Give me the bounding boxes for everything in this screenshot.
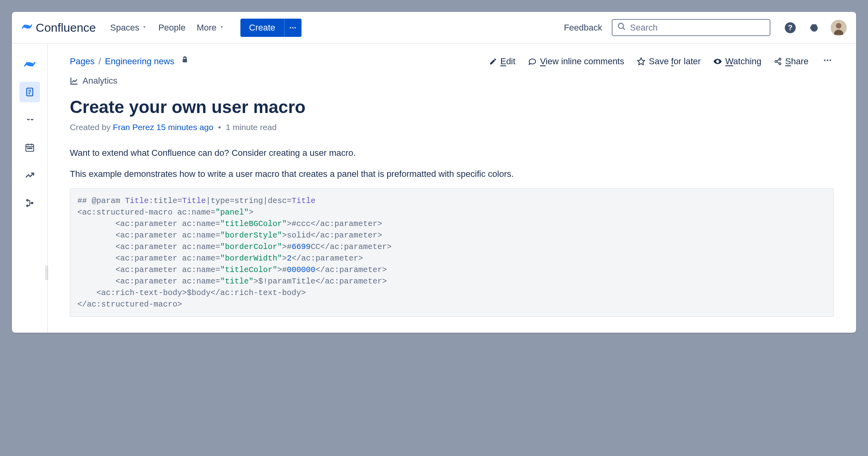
- svg-marker-23: [638, 57, 645, 64]
- svg-line-29: [777, 62, 779, 63]
- notifications-icon[interactable]: [807, 21, 821, 35]
- svg-point-25: [779, 58, 781, 60]
- author-link[interactable]: Fran Perez 15 minutes ago: [113, 123, 213, 132]
- nav-more[interactable]: More: [197, 23, 225, 33]
- chevron-down-icon: [142, 24, 147, 31]
- sidebar-blog-icon[interactable]: [19, 109, 40, 130]
- save-later-action[interactable]: Save for later: [637, 56, 701, 67]
- top-nav-icons: ?: [783, 20, 847, 36]
- svg-point-3: [618, 23, 624, 29]
- help-icon[interactable]: ?: [783, 21, 797, 35]
- nav-people-label: People: [158, 23, 186, 33]
- app-window: Confluence Spaces People More Create: [12, 12, 856, 333]
- share-label: Share: [785, 56, 808, 67]
- sidebar-pages-icon[interactable]: [19, 82, 40, 102]
- nav-more-label: More: [197, 23, 217, 33]
- nav-spaces[interactable]: Spaces: [110, 23, 147, 33]
- share-icon: [774, 57, 782, 65]
- sidebar-analytics-icon[interactable]: [19, 165, 40, 186]
- product-logo[interactable]: Confluence: [21, 21, 96, 34]
- svg-point-19: [31, 148, 32, 149]
- breadcrumb: Pages / Engineering news: [70, 56, 189, 67]
- nav-people[interactable]: People: [158, 23, 186, 33]
- chevron-down-icon: [219, 24, 225, 31]
- breadcrumb-separator: /: [98, 56, 101, 67]
- avatar[interactable]: [831, 20, 847, 36]
- read-time: 1 minute read: [226, 123, 277, 132]
- search-icon: [617, 22, 626, 33]
- svg-point-31: [827, 59, 828, 61]
- byline-separator: •: [216, 123, 223, 132]
- create-more-button[interactable]: [284, 19, 301, 37]
- save-later-label: Save for later: [649, 56, 701, 67]
- edit-action[interactable]: Edit: [489, 56, 515, 67]
- svg-point-8: [836, 23, 841, 29]
- eye-icon: [713, 57, 722, 66]
- svg-point-32: [830, 59, 831, 61]
- svg-line-4: [623, 28, 625, 30]
- restrictions-icon[interactable]: [181, 56, 189, 67]
- more-actions-icon[interactable]: [821, 54, 834, 69]
- sidebar-calendar-icon[interactable]: [19, 137, 40, 158]
- paragraph-1: Want to extend what Confluence can do? C…: [70, 146, 834, 159]
- product-name: Confluence: [36, 21, 96, 34]
- primary-nav: Spaces People More Create: [110, 19, 301, 37]
- analytics-link[interactable]: Analytics: [70, 76, 834, 86]
- breadcrumb-pages[interactable]: Pages: [70, 56, 94, 67]
- svg-point-17: [27, 148, 28, 149]
- share-action[interactable]: Share: [774, 56, 808, 67]
- feedback-link[interactable]: Feedback: [564, 23, 602, 33]
- top-nav: Confluence Spaces People More Create: [12, 12, 856, 44]
- watching-label: Watching: [725, 56, 761, 67]
- svg-point-26: [775, 60, 777, 62]
- edit-label: Edit: [500, 56, 515, 67]
- page-title: Create your own user macro: [70, 97, 834, 117]
- search-box[interactable]: [612, 19, 770, 36]
- svg-point-24: [717, 61, 719, 62]
- code-block: ## @param Title:title=Title|type=string|…: [70, 188, 834, 317]
- view-comments-label: View inline comments: [540, 56, 624, 67]
- sidebar-space-icon[interactable]: [19, 54, 40, 75]
- byline-prefix: Created by: [70, 123, 113, 132]
- search-input[interactable]: [630, 23, 765, 33]
- svg-text:?: ?: [788, 23, 792, 32]
- confluence-logo-icon: [21, 21, 33, 34]
- paragraph-2: This example demonstrates how to write a…: [70, 167, 834, 180]
- watching-action[interactable]: Watching: [713, 56, 761, 67]
- svg-point-27: [779, 63, 781, 65]
- svg-point-18: [29, 148, 30, 149]
- svg-point-30: [824, 59, 826, 61]
- analytics-label: Analytics: [83, 76, 117, 86]
- create-button[interactable]: Create: [240, 19, 284, 37]
- page-header-row: Pages / Engineering news Edit View inlin…: [70, 54, 834, 69]
- breadcrumb-space[interactable]: Engineering news: [105, 56, 175, 67]
- star-icon: [637, 57, 645, 66]
- pencil-icon: [489, 57, 497, 65]
- comment-icon: [528, 57, 537, 66]
- nav-spaces-label: Spaces: [110, 23, 139, 33]
- svg-point-2: [295, 27, 296, 28]
- view-comments-action[interactable]: View inline comments: [528, 56, 624, 67]
- sidebar-resize-handle[interactable]: [46, 266, 50, 280]
- create-button-group: Create: [240, 19, 301, 37]
- svg-point-1: [292, 27, 294, 28]
- sidebar-tree-icon[interactable]: [19, 193, 40, 213]
- page-byline: Created by Fran Perez 15 minutes ago • 1…: [70, 123, 834, 132]
- main-content: Pages / Engineering news Edit View inlin…: [48, 44, 856, 333]
- left-sidebar: [12, 44, 48, 333]
- svg-point-0: [290, 27, 291, 28]
- page-body: Pages / Engineering news Edit View inlin…: [12, 44, 856, 333]
- svg-line-28: [777, 59, 779, 61]
- chart-icon: [70, 77, 79, 85]
